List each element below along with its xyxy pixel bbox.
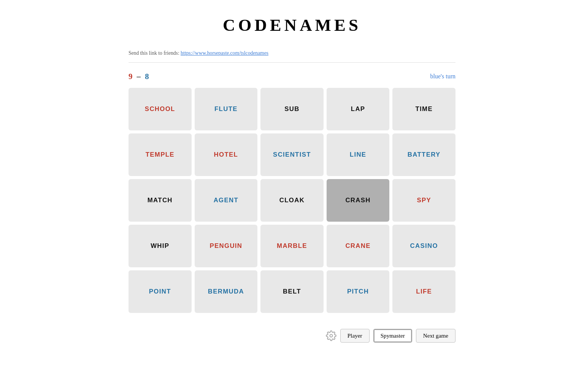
turn-label: blue's turn — [430, 73, 455, 80]
card-word: BERMUDA — [208, 288, 244, 295]
card-word: CLOAK — [279, 197, 305, 204]
word-card[interactable]: AGENT — [195, 179, 258, 222]
card-word: CASINO — [410, 242, 438, 250]
divider — [129, 62, 455, 63]
score-red: 9 — [129, 72, 132, 81]
word-grid: SCHOOLFLUTESUBLAPTIMETEMPLEHOTELSCIENTIS… — [129, 88, 455, 313]
card-word: LIFE — [416, 288, 432, 295]
word-card[interactable]: TIME — [392, 88, 455, 130]
word-card[interactable]: CLOAK — [260, 179, 324, 222]
score-display: 9 – 8 — [129, 72, 149, 81]
word-card[interactable]: PENGUIN — [195, 225, 258, 267]
player-button[interactable]: Player — [340, 329, 370, 343]
score-separator: – — [137, 72, 141, 81]
card-word: SCIENTIST — [273, 151, 311, 159]
word-card[interactable]: MARBLE — [260, 225, 324, 267]
card-word: FLUTE — [214, 105, 238, 113]
card-word: PENGUIN — [209, 242, 242, 250]
word-card[interactable]: SPY — [392, 179, 455, 222]
word-card[interactable]: CRANE — [327, 225, 390, 267]
card-word: BATTERY — [408, 151, 441, 159]
word-card[interactable]: WHIP — [129, 225, 192, 267]
card-word: HOTEL — [214, 151, 238, 159]
svg-point-0 — [330, 335, 332, 337]
card-word: MARBLE — [277, 242, 307, 250]
card-word: LINE — [350, 151, 367, 159]
card-word: PITCH — [347, 288, 369, 295]
card-word: SPY — [417, 197, 431, 204]
footer: Player Spymaster Next game — [129, 325, 455, 343]
word-card[interactable]: TEMPLE — [129, 133, 192, 176]
card-word: AGENT — [214, 197, 238, 204]
spymaster-button[interactable]: Spymaster — [373, 329, 412, 343]
score-blue: 8 — [145, 72, 149, 81]
card-word: CRANE — [345, 242, 370, 250]
word-card[interactable]: PITCH — [327, 270, 390, 313]
word-card[interactable]: LAP — [327, 88, 390, 130]
word-card[interactable]: CASINO — [392, 225, 455, 267]
card-word: SCHOOL — [145, 105, 175, 113]
word-card[interactable]: SCIENTIST — [260, 133, 324, 176]
page-container: CODENAMES Send this link to friends: htt… — [121, 0, 463, 365]
card-word: TIME — [415, 105, 432, 113]
card-word: MATCH — [148, 197, 173, 204]
card-word: POINT — [149, 288, 171, 295]
word-card[interactable]: POINT — [129, 270, 192, 313]
word-card[interactable]: SUB — [260, 88, 324, 130]
word-card[interactable]: HOTEL — [195, 133, 258, 176]
scorebar: 9 – 8 blue's turn — [129, 72, 455, 81]
word-card[interactable]: LINE — [327, 133, 390, 176]
word-card[interactable]: SCHOOL — [129, 88, 192, 130]
word-card[interactable]: BELT — [260, 270, 324, 313]
word-card[interactable]: BATTERY — [392, 133, 455, 176]
card-word: WHIP — [151, 242, 169, 250]
card-word: SUB — [284, 105, 299, 113]
page-title: CODENAMES — [129, 15, 455, 35]
next-game-button[interactable]: Next game — [416, 329, 455, 343]
share-text: Send this link to friends: https://www.h… — [129, 50, 455, 56]
card-word: CRASH — [345, 197, 370, 204]
share-link[interactable]: https://www.horsepaste.com/tslcodenames — [181, 50, 268, 56]
word-card[interactable]: LIFE — [392, 270, 455, 313]
word-card[interactable]: CRASH — [327, 179, 390, 222]
settings-icon[interactable] — [326, 330, 336, 341]
card-word: LAP — [351, 105, 365, 113]
word-card[interactable]: FLUTE — [195, 88, 258, 130]
word-card[interactable]: MATCH — [129, 179, 192, 222]
card-word: TEMPLE — [146, 151, 175, 159]
word-card[interactable]: BERMUDA — [195, 270, 258, 313]
card-word: BELT — [283, 288, 301, 295]
